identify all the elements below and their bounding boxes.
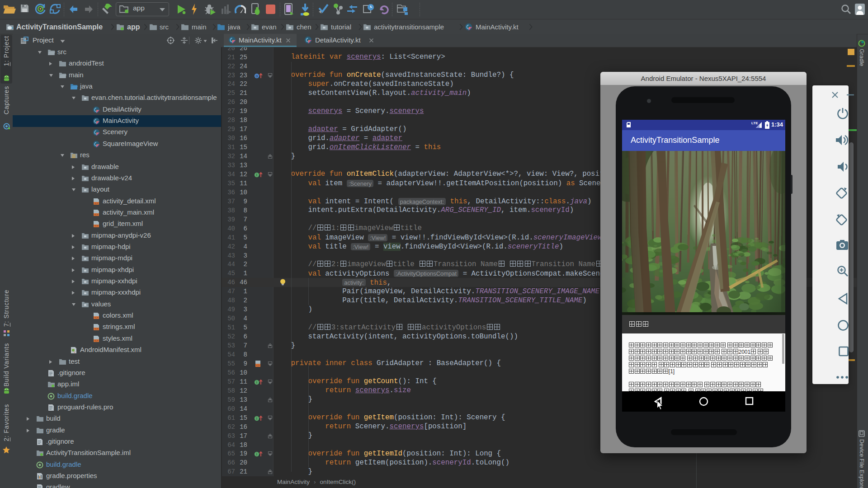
svg-text:<>: <> [94, 328, 98, 331]
svg-text:<>: <> [94, 225, 98, 228]
svg-text:<>: <> [94, 316, 98, 319]
svg-text:<>: <> [94, 213, 98, 216]
svg-text:i: i [256, 380, 257, 385]
svg-text:<>: <> [94, 202, 98, 205]
svg-text:<>: <> [94, 339, 98, 343]
svg-text:<>: <> [256, 364, 260, 367]
svg-text:i: i [256, 416, 257, 420]
svg-text:i: i [256, 173, 257, 177]
svg-text:<: < [74, 351, 75, 354]
svg-text:o: o [256, 73, 258, 78]
svg-text:i: i [256, 452, 257, 456]
